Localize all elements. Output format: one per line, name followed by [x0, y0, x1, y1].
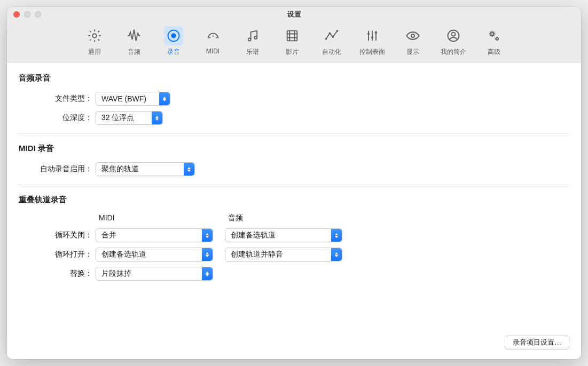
recording-project-settings-button[interactable]: 录音项目设置… — [505, 336, 569, 349]
auto-record-label: 自动录音启用： — [19, 164, 96, 174]
file-type-select[interactable]: WAVE (BWF) — [96, 92, 170, 106]
select-value: 创建备选轨道 — [231, 230, 276, 240]
tab-my-info[interactable]: 我的简介 — [441, 26, 466, 57]
chevron-updown-icon — [159, 92, 170, 105]
bit-depth-label: 位深度： — [19, 113, 96, 123]
tab-label: 我的简介 — [441, 47, 466, 57]
replace-label: 替换： — [19, 269, 96, 279]
file-type-value: WAVE (BWF) — [101, 94, 146, 103]
svg-rect-8 — [287, 31, 297, 41]
tab-label: 通用 — [88, 47, 101, 57]
titlebar: 设置 — [7, 7, 581, 22]
loop-off-audio-select[interactable]: 创建备选轨道 — [225, 228, 342, 242]
select-value: 创建备选轨道 — [101, 250, 146, 259]
tab-label: 录音 — [167, 47, 180, 57]
tab-label: 控制表面 — [359, 47, 385, 57]
divider — [19, 133, 569, 134]
column-midi: MIDI — [99, 213, 216, 223]
zoom-button[interactable] — [35, 11, 41, 18]
svg-point-9 — [325, 38, 327, 40]
record-icon — [164, 26, 183, 45]
column-audio: 音频 — [228, 213, 243, 223]
svg-point-20 — [496, 38, 498, 40]
chevron-updown-icon — [202, 267, 213, 280]
chevron-updown-icon — [202, 248, 213, 261]
footer: 录音项目设置… — [505, 336, 569, 349]
auto-record-value: 聚焦的轨道 — [101, 164, 139, 174]
minimize-button[interactable] — [24, 11, 30, 18]
svg-point-2 — [171, 33, 176, 38]
svg-point-7 — [254, 36, 257, 39]
svg-point-5 — [215, 37, 216, 38]
svg-point-3 — [209, 37, 210, 38]
svg-point-12 — [336, 30, 338, 32]
select-value: 合并 — [101, 230, 116, 240]
window-title: 设置 — [7, 10, 581, 19]
tab-midi[interactable]: MIDI — [201, 26, 225, 57]
tab-label: MIDI — [206, 47, 219, 55]
svg-point-11 — [332, 36, 334, 38]
replace-midi-select[interactable]: 片段抹掉 — [96, 267, 213, 281]
loop-off-midi-select[interactable]: 合并 — [96, 228, 213, 242]
svg-point-19 — [490, 33, 493, 35]
divider — [19, 185, 569, 185]
loop-on-audio-select[interactable]: 创建轨道并静音 — [225, 248, 342, 261]
waveform-icon — [124, 26, 144, 45]
prefs-toolbar: 通用 音频 录音 MIDI 乐谱 — [7, 22, 581, 62]
svg-point-16 — [411, 34, 414, 37]
chevron-updown-icon — [184, 163, 194, 176]
tab-label: 显示 — [406, 47, 419, 57]
svg-point-4 — [212, 35, 213, 36]
overlap-column-headers: MIDI 音频 — [99, 213, 569, 223]
tab-label: 影片 — [286, 47, 299, 57]
tab-label: 自动化 — [322, 47, 341, 57]
music-note-icon — [243, 26, 262, 45]
svg-point-15 — [374, 31, 377, 34]
chevron-updown-icon — [202, 229, 213, 242]
tab-automation[interactable]: 自动化 — [320, 26, 343, 57]
loop-on-midi-select[interactable]: 创建备选轨道 — [96, 248, 213, 261]
eye-icon — [403, 26, 422, 45]
settings-content: 音频录音 文件类型： WAVE (BWF) 位深度： 32 位浮点 MIDI 录… — [7, 62, 581, 359]
tab-label: 音频 — [128, 47, 140, 57]
auto-record-select[interactable]: 聚焦的轨道 — [96, 162, 195, 176]
tab-advanced[interactable]: 高级 — [482, 26, 506, 57]
tab-movie[interactable]: 影片 — [280, 26, 304, 57]
tab-audio[interactable]: 音频 — [122, 26, 146, 57]
gear-icon — [85, 26, 104, 45]
tab-display[interactable]: 显示 — [401, 26, 425, 57]
file-type-label: 文件类型： — [19, 94, 96, 104]
window-controls — [13, 11, 41, 18]
automation-icon — [322, 26, 341, 45]
user-icon — [444, 26, 463, 45]
close-button[interactable] — [13, 11, 20, 18]
tab-general[interactable]: 通用 — [83, 26, 106, 57]
section-midi-recording: MIDI 录音 — [19, 144, 569, 154]
chevron-updown-icon — [152, 112, 162, 124]
gears-icon — [484, 26, 504, 45]
tab-score[interactable]: 乐谱 — [241, 26, 264, 57]
midi-icon — [203, 26, 223, 45]
tab-label: 高级 — [488, 47, 500, 57]
svg-point-10 — [328, 32, 331, 34]
sliders-icon — [363, 26, 382, 45]
svg-point-13 — [367, 33, 369, 35]
loop-on-label: 循环打开： — [19, 250, 96, 259]
svg-point-18 — [451, 33, 455, 36]
chevron-updown-icon — [331, 229, 342, 242]
tab-record[interactable]: 录音 — [162, 26, 185, 57]
svg-point-14 — [371, 36, 373, 38]
bit-depth-value: 32 位浮点 — [101, 113, 134, 123]
tab-label: 乐谱 — [246, 47, 259, 57]
tab-control-surfaces[interactable]: 控制表面 — [359, 26, 385, 57]
bit-depth-select[interactable]: 32 位浮点 — [96, 111, 163, 125]
settings-window: 设置 通用 音频 录音 MIDI — [7, 7, 581, 359]
chevron-updown-icon — [331, 248, 342, 261]
section-audio-recording: 音频录音 — [19, 73, 569, 83]
loop-off-label: 循环关闭： — [19, 230, 96, 240]
select-value: 片段抹掉 — [101, 269, 131, 279]
svg-point-0 — [92, 34, 96, 37]
svg-point-6 — [248, 38, 250, 41]
film-icon — [283, 26, 302, 45]
select-value: 创建轨道并静音 — [231, 250, 283, 259]
